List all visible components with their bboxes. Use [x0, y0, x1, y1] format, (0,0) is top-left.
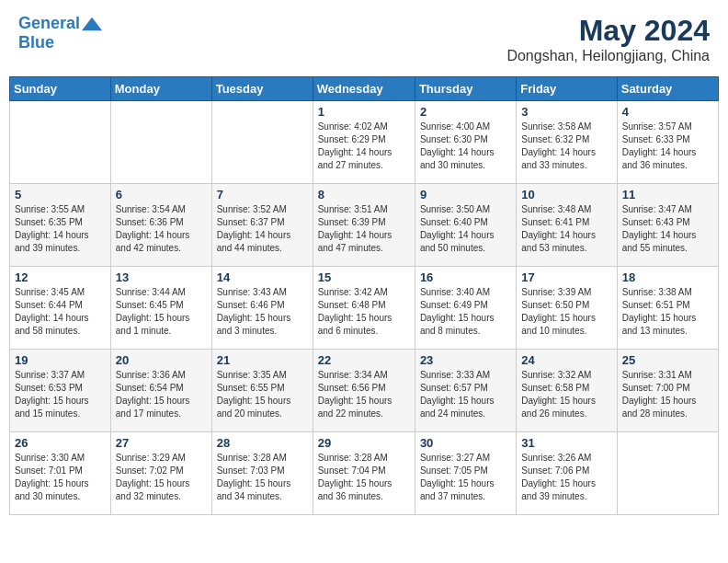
day-info: Sunrise: 3:50 AM Sunset: 6:40 PM Dayligh… — [420, 203, 511, 255]
day-header-friday: Friday — [517, 77, 617, 101]
day-header-tuesday: Tuesday — [211, 77, 313, 101]
calendar-cell: 26Sunrise: 3:30 AM Sunset: 7:01 PM Dayli… — [10, 432, 111, 515]
calendar-cell: 28Sunrise: 3:28 AM Sunset: 7:03 PM Dayli… — [211, 432, 313, 515]
day-info: Sunrise: 3:52 AM Sunset: 6:37 PM Dayligh… — [217, 203, 308, 255]
day-info: Sunrise: 3:57 AM Sunset: 6:33 PM Dayligh… — [622, 121, 713, 172]
title-block: May 2024 Dongshan, Heilongjiang, China — [506, 14, 710, 64]
day-info: Sunrise: 3:47 AM Sunset: 6:43 PM Dayligh… — [622, 203, 713, 255]
calendar-cell: 8Sunrise: 3:51 AM Sunset: 6:39 PM Daylig… — [313, 184, 415, 267]
day-number: 4 — [622, 105, 713, 119]
day-info: Sunrise: 3:29 AM Sunset: 7:02 PM Dayligh… — [116, 452, 207, 503]
calendar-cell: 4Sunrise: 3:57 AM Sunset: 6:33 PM Daylig… — [617, 101, 718, 184]
day-info: Sunrise: 3:54 AM Sunset: 6:36 PM Dayligh… — [116, 203, 207, 255]
calendar-cell: 27Sunrise: 3:29 AM Sunset: 7:02 PM Dayli… — [110, 432, 211, 515]
day-info: Sunrise: 3:38 AM Sunset: 6:51 PM Dayligh… — [622, 286, 713, 338]
logo-text: General Blue — [18, 14, 102, 52]
day-number: 21 — [217, 353, 308, 367]
calendar-cell: 14Sunrise: 3:43 AM Sunset: 6:46 PM Dayli… — [211, 267, 313, 350]
day-info: Sunrise: 3:58 AM Sunset: 6:32 PM Dayligh… — [521, 121, 611, 172]
calendar-cell: 9Sunrise: 3:50 AM Sunset: 6:40 PM Daylig… — [415, 184, 516, 267]
day-number: 25 — [622, 353, 713, 367]
calendar-cell: 12Sunrise: 3:45 AM Sunset: 6:44 PM Dayli… — [10, 267, 111, 350]
week-row-3: 12Sunrise: 3:45 AM Sunset: 6:44 PM Dayli… — [10, 267, 719, 350]
day-info: Sunrise: 3:34 AM Sunset: 6:56 PM Dayligh… — [318, 369, 410, 420]
day-info: Sunrise: 3:48 AM Sunset: 6:41 PM Dayligh… — [521, 203, 611, 255]
day-info: Sunrise: 3:28 AM Sunset: 7:03 PM Dayligh… — [217, 452, 308, 503]
day-number: 18 — [622, 270, 713, 284]
day-header-sunday: Sunday — [10, 77, 111, 101]
day-info: Sunrise: 3:45 AM Sunset: 6:44 PM Dayligh… — [15, 286, 106, 338]
calendar-cell: 6Sunrise: 3:54 AM Sunset: 6:36 PM Daylig… — [110, 184, 211, 267]
day-number: 13 — [116, 270, 207, 284]
day-number: 2 — [420, 105, 511, 119]
day-number: 20 — [116, 353, 207, 367]
calendar-cell: 11Sunrise: 3:47 AM Sunset: 6:43 PM Dayli… — [617, 184, 718, 267]
day-number: 12 — [15, 270, 106, 284]
subtitle: Dongshan, Heilongjiang, China — [506, 48, 710, 64]
logo: General Blue — [18, 14, 102, 52]
day-header-monday: Monday — [110, 77, 211, 101]
day-number: 7 — [217, 188, 308, 201]
day-number: 16 — [420, 270, 511, 284]
calendar-cell: 25Sunrise: 3:31 AM Sunset: 7:00 PM Dayli… — [617, 350, 718, 432]
calendar-cell: 5Sunrise: 3:55 AM Sunset: 6:35 PM Daylig… — [10, 184, 111, 267]
day-number: 29 — [318, 436, 410, 450]
day-number: 15 — [318, 270, 410, 284]
calendar-cell — [211, 101, 313, 184]
calendar-cell: 17Sunrise: 3:39 AM Sunset: 6:50 PM Dayli… — [517, 267, 617, 350]
day-info: Sunrise: 3:36 AM Sunset: 6:54 PM Dayligh… — [116, 369, 207, 420]
calendar-cell: 23Sunrise: 3:33 AM Sunset: 6:57 PM Dayli… — [415, 350, 516, 432]
calendar-cell: 1Sunrise: 4:02 AM Sunset: 6:29 PM Daylig… — [313, 101, 415, 184]
day-info: Sunrise: 3:27 AM Sunset: 7:05 PM Dayligh… — [420, 452, 511, 503]
day-header-wednesday: Wednesday — [313, 77, 415, 101]
calendar-cell — [617, 432, 718, 515]
day-number: 22 — [318, 353, 410, 367]
day-info: Sunrise: 3:55 AM Sunset: 6:35 PM Dayligh… — [15, 203, 106, 255]
day-info: Sunrise: 3:44 AM Sunset: 6:45 PM Dayligh… — [116, 286, 207, 338]
day-number: 14 — [217, 270, 308, 284]
svg-marker-0 — [82, 17, 102, 31]
day-number: 10 — [521, 188, 611, 201]
calendar-cell: 16Sunrise: 3:40 AM Sunset: 6:49 PM Dayli… — [415, 267, 516, 350]
day-info: Sunrise: 3:33 AM Sunset: 6:57 PM Dayligh… — [420, 369, 511, 420]
day-number: 28 — [217, 436, 308, 450]
day-number: 19 — [15, 353, 106, 367]
calendar-cell: 10Sunrise: 3:48 AM Sunset: 6:41 PM Dayli… — [517, 184, 617, 267]
day-info: Sunrise: 3:26 AM Sunset: 7:06 PM Dayligh… — [521, 452, 611, 503]
day-info: Sunrise: 3:31 AM Sunset: 7:00 PM Dayligh… — [622, 369, 713, 420]
calendar-table: SundayMondayTuesdayWednesdayThursdayFrid… — [9, 76, 719, 515]
day-number: 30 — [420, 436, 511, 450]
calendar-cell: 7Sunrise: 3:52 AM Sunset: 6:37 PM Daylig… — [211, 184, 313, 267]
calendar-cell: 13Sunrise: 3:44 AM Sunset: 6:45 PM Dayli… — [110, 267, 211, 350]
day-info: Sunrise: 3:37 AM Sunset: 6:53 PM Dayligh… — [15, 369, 106, 420]
day-info: Sunrise: 3:30 AM Sunset: 7:01 PM Dayligh… — [15, 452, 106, 503]
day-number: 6 — [116, 188, 207, 201]
page-header: General Blue May 2024 Dongshan, Heilongj… — [9, 9, 719, 69]
day-info: Sunrise: 3:40 AM Sunset: 6:49 PM Dayligh… — [420, 286, 511, 338]
calendar-cell — [10, 101, 111, 184]
day-header-thursday: Thursday — [415, 77, 516, 101]
week-row-2: 5Sunrise: 3:55 AM Sunset: 6:35 PM Daylig… — [10, 184, 719, 267]
day-number: 1 — [318, 105, 410, 119]
day-number: 31 — [521, 436, 611, 450]
day-info: Sunrise: 3:28 AM Sunset: 7:04 PM Dayligh… — [318, 452, 410, 503]
calendar-cell: 15Sunrise: 3:42 AM Sunset: 6:48 PM Dayli… — [313, 267, 415, 350]
day-number: 8 — [318, 188, 410, 201]
day-number: 9 — [420, 188, 511, 201]
day-number: 11 — [622, 188, 713, 201]
calendar-cell: 24Sunrise: 3:32 AM Sunset: 6:58 PM Dayli… — [517, 350, 617, 432]
day-number: 5 — [15, 188, 106, 201]
day-info: Sunrise: 4:02 AM Sunset: 6:29 PM Dayligh… — [318, 121, 410, 172]
day-number: 17 — [521, 270, 611, 284]
day-number: 3 — [521, 105, 611, 119]
day-info: Sunrise: 3:39 AM Sunset: 6:50 PM Dayligh… — [521, 286, 611, 338]
calendar-cell: 18Sunrise: 3:38 AM Sunset: 6:51 PM Dayli… — [617, 267, 718, 350]
day-info: Sunrise: 3:51 AM Sunset: 6:39 PM Dayligh… — [318, 203, 410, 255]
day-info: Sunrise: 3:42 AM Sunset: 6:48 PM Dayligh… — [318, 286, 410, 338]
days-header-row: SundayMondayTuesdayWednesdayThursdayFrid… — [10, 77, 719, 101]
calendar-cell: 19Sunrise: 3:37 AM Sunset: 6:53 PM Dayli… — [10, 350, 111, 432]
calendar-cell: 22Sunrise: 3:34 AM Sunset: 6:56 PM Dayli… — [313, 350, 415, 432]
day-number: 23 — [420, 353, 511, 367]
calendar-cell: 2Sunrise: 4:00 AM Sunset: 6:30 PM Daylig… — [415, 101, 516, 184]
calendar-cell: 3Sunrise: 3:58 AM Sunset: 6:32 PM Daylig… — [517, 101, 617, 184]
